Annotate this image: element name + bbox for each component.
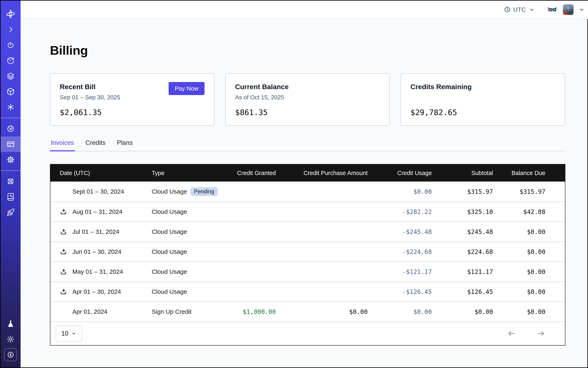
gear-icon (7, 156, 15, 164)
sidebar-item-theme-toggle[interactable] (1, 331, 21, 347)
invoice-date-cell: Aug 01 – 31, 2024 (50, 208, 143, 215)
credit-usage-value: -$282.22 (377, 208, 441, 215)
timezone-label: UTC (513, 6, 526, 13)
invoice-period: Apr 01, 2024 (72, 308, 108, 315)
sidebar-item-history[interactable] (1, 53, 21, 68)
asterisk-icon (7, 103, 15, 111)
current-balance-amount: $861.35 (235, 108, 380, 117)
table-header: Date (UTC) Type Credit Granted Credit Pu… (50, 165, 565, 182)
sidebar-item-billing[interactable] (1, 137, 21, 152)
pay-now-button[interactable]: Pay Now (169, 82, 205, 95)
next-page-button[interactable] (537, 329, 545, 338)
invoice-period: Jun 01 – 30, 2024 (72, 248, 121, 255)
table-row: Aug 01 – 31, 2024 Cloud Usage -$282.22 $… (50, 202, 565, 221)
credit-usage-value: $0.00 (377, 188, 441, 195)
gauge-icon (7, 125, 15, 133)
subtotal-value: $245.48 (441, 228, 502, 235)
invoice-type-cell: Cloud Usage (143, 268, 231, 275)
invoice-date-cell: Jun 01 – 30, 2024 (50, 248, 143, 255)
sidebar-item-usage[interactable] (1, 121, 21, 137)
sidebar-item-asterisk[interactable] (1, 99, 21, 115)
invoice-type-cell: Cloud Usage (143, 248, 231, 255)
page-size-select[interactable]: 10 (56, 326, 82, 341)
tab-plans[interactable]: Plans (116, 139, 134, 151)
sun-icon (7, 335, 15, 343)
download-icon (60, 288, 67, 295)
download-invoice-button[interactable] (60, 208, 68, 215)
sidebar-item-labs[interactable] (1, 316, 21, 331)
sidebar-item-settings[interactable] (1, 152, 21, 167)
status-badge: Pending (191, 187, 217, 196)
invoice-type-cell: Cloud Usage Pending (143, 187, 231, 196)
card-title: Credits Remaining (410, 83, 555, 91)
column-header-credit-purchase: Credit Purchase Amount (285, 170, 377, 176)
invoice-period: Jul 01 – 31, 2024 (72, 228, 119, 235)
billing-period: Sep 01 – Sep 30, 2025 (60, 94, 205, 101)
invoice-period: Aug 01 – 31, 2024 (72, 208, 122, 215)
helm-icon (7, 177, 15, 185)
recent-bill-card: Recent Bill Sep 01 – Sep 30, 2025 $2,061… (50, 74, 214, 126)
balance-due-value: $42.88 (502, 208, 565, 215)
column-header-credit-granted: Credit Granted (231, 170, 285, 176)
chevron-right-icon (7, 26, 15, 34)
tab-invoices[interactable]: Invoices (50, 139, 75, 151)
sidebar-item-pricing[interactable]: $ (1, 347, 21, 362)
invoice-period: May 01 – 31, 2024 (72, 268, 123, 275)
balance-due-value: $0.00 (502, 288, 565, 295)
table-row: Apr 01, 2024 Sign Up Credit $1,000.00 $0… (50, 302, 565, 322)
credit-card-icon (7, 140, 15, 148)
sidebar-item-box[interactable] (1, 84, 21, 99)
table-footer: 10 (50, 322, 565, 345)
invoice-date-cell: Apr 01 – 30, 2024 (50, 288, 143, 295)
table-row: Jul 01 – 31, 2024 Cloud Usage -$245.48 $… (50, 221, 565, 241)
download-icon (60, 208, 67, 215)
balance-due-value: $0.00 (502, 308, 565, 315)
credit-usage-value: -$224.68 (377, 248, 441, 255)
subtotal-value: $0.00 (441, 308, 502, 315)
dollar-badge-button[interactable]: $ (4, 348, 17, 361)
invoices-table: Date (UTC) Type Credit Granted Credit Pu… (50, 164, 565, 346)
sidebar-item-spiral[interactable] (1, 37, 21, 53)
invoice-date-cell: Jul 01 – 31, 2024 (50, 228, 143, 235)
credit-usage-value: $0.00 (377, 308, 441, 315)
table-row: May 01 – 31, 2024 Cloud Usage -$121.17 $… (50, 261, 565, 282)
download-invoice-button[interactable] (60, 248, 68, 255)
column-header-date: Date (UTC) (50, 170, 143, 176)
3d-glasses-icon[interactable] (548, 6, 557, 13)
spiral-icon (7, 41, 15, 49)
table-row: Sept 01 – 30, 2024 Cloud Usage Pending $… (50, 182, 565, 202)
credits-sub-spacer (410, 94, 555, 101)
balance-due-value: $0.00 (502, 248, 565, 255)
tab-credits[interactable]: Credits (85, 139, 106, 151)
sidebar-item-layers[interactable] (1, 68, 21, 84)
sidebar-item-getting-started[interactable] (1, 205, 21, 220)
sidebar-item-expand[interactable] (1, 22, 21, 37)
avatar[interactable] (563, 4, 573, 15)
download-invoice-button[interactable] (60, 288, 68, 295)
sidebar-item-helm[interactable] (1, 174, 21, 189)
recent-bill-amount: $2,061.35 (60, 108, 205, 117)
invoice-period: Sept 01 – 30, 2024 (72, 188, 124, 195)
clock-icon (504, 6, 511, 13)
chevron-down-icon (71, 331, 76, 336)
box-icon (7, 88, 15, 96)
app-logo[interactable] (1, 8, 21, 20)
sidebar-item-docs[interactable] (1, 189, 21, 205)
invoice-date-cell: May 01 – 31, 2024 (50, 268, 143, 275)
pagination-arrows (507, 329, 545, 338)
previous-page-button[interactable] (507, 329, 516, 338)
account-menu-chevron-icon[interactable] (579, 6, 585, 13)
download-invoice-button[interactable] (60, 228, 68, 235)
subtotal-value: $325.10 (441, 208, 502, 215)
invoice-type: Cloud Usage (152, 248, 187, 255)
summary-cards: Recent Bill Sep 01 – Sep 30, 2025 $2,061… (50, 74, 565, 126)
page-size-value: 10 (61, 330, 68, 337)
download-invoice-button[interactable] (60, 268, 68, 275)
timezone-selector[interactable]: UTC (504, 6, 535, 13)
column-header-subtotal: Subtotal (441, 170, 502, 176)
invoice-date-cell: Apr 01, 2024 (50, 308, 143, 315)
card-title: Current Balance (235, 83, 380, 91)
topbar: UTC (21, 1, 588, 19)
subtotal-value: $126.45 (441, 288, 502, 295)
subtotal-value: $315.97 (441, 188, 502, 195)
